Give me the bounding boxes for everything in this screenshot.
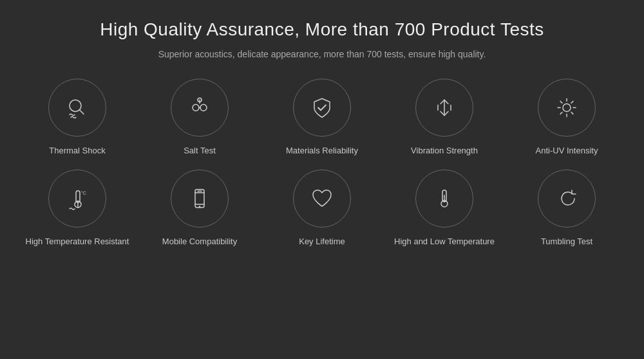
materials-reliability-icon — [309, 95, 335, 121]
icons-row-1: Thermal Shock Salt Test — [13, 79, 631, 157]
high-and-low-temperature-label: High and Low Temperature — [394, 237, 495, 247]
key-lifetime-label: Key Lifetime — [299, 237, 345, 247]
icon-circle-high-and-low-temperature — [415, 170, 473, 228]
high-temperature-resistant-icon: °C — [64, 186, 90, 211]
svg-line-14 — [560, 101, 562, 103]
svg-line-16 — [571, 101, 573, 103]
mobile-compatibility-label: Mobile Compatibility — [162, 237, 237, 247]
icon-item-materials-reliability: Materials Reliability — [261, 79, 383, 157]
icon-circle-key-lifetime — [293, 170, 351, 228]
icon-circle-tumbling-test — [538, 170, 596, 228]
icon-circle-salt-test — [171, 79, 229, 137]
icon-item-tumbling-test: Tumbling Test — [506, 170, 628, 247]
icon-circle-materials-reliability — [293, 79, 351, 137]
subtitle: Superior acoustics, delicate appearance,… — [158, 49, 486, 59]
svg-point-2 — [193, 104, 199, 111]
main-title: High Quality Assurance, More than 700 Pr… — [100, 19, 544, 40]
icon-circle-vibration-strength — [415, 79, 473, 137]
icon-item-high-temperature-resistant: °C High Temperature Resistant — [16, 170, 138, 247]
thermal-shock-icon — [64, 95, 90, 121]
tumbling-test-label: Tumbling Test — [541, 237, 592, 247]
svg-point-25 — [199, 206, 200, 207]
icon-item-anti-uv-intensity: Anti-UV Intensity — [506, 79, 628, 157]
icon-circle-mobile-compatibility — [171, 170, 229, 228]
icon-item-key-lifetime: Key Lifetime — [261, 170, 383, 247]
page-wrapper: High Quality Assurance, More than 700 Pr… — [0, 0, 644, 359]
svg-rect-22 — [195, 189, 204, 208]
icon-item-vibration-strength: Vibration Strength — [383, 79, 506, 157]
mobile-compatibility-icon — [187, 186, 213, 211]
icon-item-salt-test: Salt Test — [138, 79, 261, 157]
anti-uv-intensity-icon — [554, 95, 580, 121]
icon-item-high-and-low-temperature: High and Low Temperature — [383, 170, 506, 247]
svg-line-17 — [560, 112, 562, 114]
svg-line-1 — [80, 110, 84, 115]
vibration-strength-label: Vibration Strength — [411, 146, 478, 157]
svg-text:°C: °C — [81, 191, 86, 195]
svg-point-9 — [563, 104, 571, 112]
vibration-strength-icon — [431, 95, 457, 121]
icon-circle-thermal-shock — [48, 79, 106, 137]
salt-test-icon — [187, 95, 213, 121]
icon-item-mobile-compatibility: Mobile Compatibility — [138, 170, 261, 247]
icon-circle-anti-uv-intensity — [538, 79, 596, 137]
icons-row-2: °C High Temperature Resistant — [13, 170, 631, 247]
anti-uv-intensity-label: Anti-UV Intensity — [536, 146, 598, 157]
svg-line-15 — [571, 112, 573, 114]
icon-item-thermal-shock: Thermal Shock — [16, 79, 138, 157]
salt-test-label: Salt Test — [184, 146, 216, 157]
svg-point-3 — [200, 104, 207, 111]
key-lifetime-icon — [309, 186, 335, 211]
high-temperature-resistant-label: High Temperature Resistant — [26, 237, 129, 247]
materials-reliability-label: Materials Reliability — [286, 146, 358, 157]
thermal-shock-label: Thermal Shock — [49, 146, 105, 157]
tumbling-test-icon — [554, 186, 580, 211]
icon-circle-high-temperature-resistant: °C — [48, 170, 106, 228]
high-and-low-temperature-icon — [431, 186, 457, 211]
